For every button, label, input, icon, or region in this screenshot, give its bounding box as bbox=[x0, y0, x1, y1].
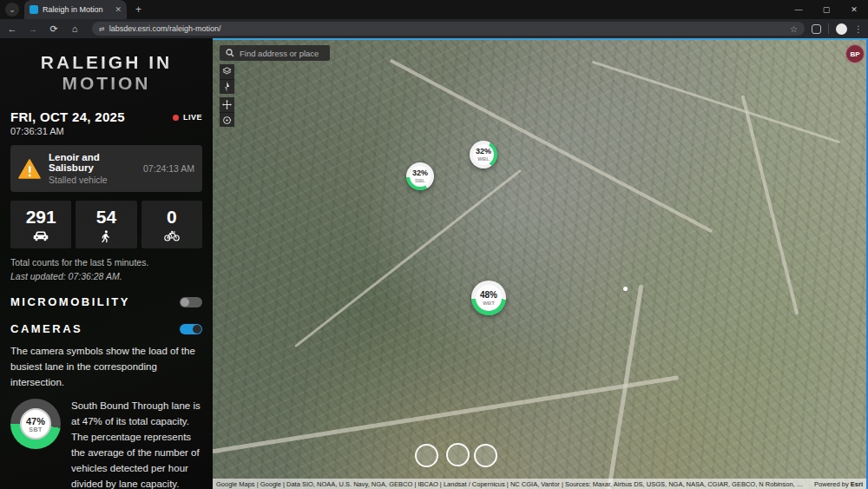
count-cards: 291 54 0 bbox=[10, 201, 202, 248]
live-dot-icon bbox=[173, 115, 179, 121]
compass-needle-icon bbox=[223, 82, 231, 92]
window-minimize-button[interactable]: — bbox=[785, 0, 812, 19]
map-search-bar[interactable]: Find address or place bbox=[220, 45, 330, 61]
map-view[interactable]: Find address or place bbox=[213, 38, 868, 489]
pan-arrows-icon bbox=[222, 100, 232, 109]
small-map-dot bbox=[623, 287, 628, 291]
warning-icon bbox=[18, 159, 41, 179]
alert-title: Lenoir and Salisbury bbox=[49, 152, 135, 173]
car-count: 291 bbox=[26, 207, 56, 228]
car-icon bbox=[33, 230, 49, 241]
browser-toolbar: ← → ⟳ ⌂ ⇄ labsdev.esri.com/raleigh-motio… bbox=[0, 19, 868, 38]
page-title: RALEIGH IN MOTION bbox=[10, 52, 202, 94]
basemap-button[interactable] bbox=[220, 64, 234, 79]
esri-favicon-icon bbox=[30, 5, 38, 14]
counts-note: Total counts for the last 5 minutes. bbox=[10, 257, 202, 268]
camera-marker[interactable]: 48% WBT bbox=[471, 281, 506, 315]
pedestrian-count-card: 54 bbox=[76, 201, 136, 248]
back-button[interactable]: ← bbox=[5, 23, 19, 34]
live-label: LIVE bbox=[183, 113, 202, 122]
cameras-description: The camera symbols show the load of the … bbox=[10, 344, 202, 390]
aerial-imagery bbox=[213, 40, 866, 489]
window-maximize-button[interactable]: ▢ bbox=[812, 0, 840, 19]
last-updated-note: Last updated: 07:36:28 AM. bbox=[10, 271, 202, 281]
pedestrian-count: 54 bbox=[96, 207, 116, 228]
compass-button[interactable] bbox=[220, 79, 234, 94]
bicycle-icon bbox=[164, 230, 180, 241]
map-attribution-bar: Google Maps | Google | Data SIO, NOAA, U… bbox=[213, 479, 866, 489]
new-tab-button[interactable]: + bbox=[135, 3, 141, 16]
tab-title: Raleigh in Motion bbox=[43, 5, 110, 14]
browser-menu-icon[interactable]: ⋮ bbox=[854, 24, 863, 34]
cameras-toggle[interactable] bbox=[180, 324, 202, 334]
example-camera-donut: 47% SBT bbox=[10, 399, 61, 449]
map-search-placeholder: Find address or place bbox=[240, 49, 319, 58]
browser-window: ⌄ Raleigh in Motion ✕ + — ▢ ✕ ← → ⟳ ⌂ ⇄ … bbox=[0, 0, 868, 489]
pan-button[interactable] bbox=[220, 97, 234, 112]
example-donut-percent: 47% bbox=[26, 416, 45, 426]
bicycle-count-card: 0 bbox=[141, 201, 202, 248]
alert-time: 07:24:13 AM bbox=[143, 163, 194, 174]
url-bar[interactable]: ⇄ labsdev.esri.com/raleigh-motion/ ☆ bbox=[92, 22, 805, 36]
forward-button[interactable]: → bbox=[26, 23, 40, 34]
incident-alert-card[interactable]: Lenoir and Salisbury Stalled vehicle 07:… bbox=[10, 145, 202, 192]
camera-marker[interactable]: 32% SBL bbox=[406, 162, 434, 190]
search-icon bbox=[226, 49, 234, 57]
tab-search-chevron-icon[interactable]: ⌄ bbox=[5, 3, 19, 17]
profile-avatar[interactable] bbox=[836, 23, 847, 35]
current-date: FRI, OCT 24, 2025 bbox=[10, 109, 125, 124]
sidebar-panel: RALEIGH IN MOTION FRI, OCT 24, 2025 07:3… bbox=[0, 38, 213, 489]
tab-close-icon[interactable]: ✕ bbox=[115, 5, 122, 14]
browser-tab[interactable]: Raleigh in Motion ✕ bbox=[24, 0, 127, 19]
basemap-icon bbox=[222, 67, 232, 76]
alert-subtitle: Stalled vehicle bbox=[49, 175, 135, 185]
powered-by-esri: Powered by Esri bbox=[814, 480, 863, 488]
no-data-camera-marker[interactable] bbox=[474, 444, 497, 467]
bicycle-count: 0 bbox=[167, 207, 177, 228]
url-text[interactable]: labsdev.esri.com/raleigh-motion/ bbox=[109, 24, 785, 33]
micromobility-toggle[interactable] bbox=[180, 297, 202, 307]
cameras-heading: CAMERAS bbox=[10, 322, 82, 335]
toolbar-divider bbox=[828, 23, 829, 34]
no-data-camera-marker[interactable] bbox=[415, 444, 438, 467]
camera-marker[interactable]: 32% WBL bbox=[470, 141, 497, 169]
no-data-camera-marker[interactable] bbox=[446, 443, 470, 466]
tab-strip: ⌄ Raleigh in Motion ✕ + — ▢ ✕ bbox=[0, 0, 868, 19]
pedestrian-icon bbox=[102, 230, 110, 243]
car-count-card: 291 bbox=[10, 201, 71, 248]
extensions-icon[interactable] bbox=[812, 24, 821, 34]
micromobility-heading: MICROMOBILITY bbox=[10, 295, 130, 308]
home-button[interactable]: ⌂ bbox=[68, 23, 82, 34]
current-time: 07:36:31 AM bbox=[10, 126, 125, 136]
window-close-button[interactable]: ✕ bbox=[840, 0, 868, 19]
user-avatar-badge[interactable]: BP bbox=[845, 44, 865, 63]
rotate-button[interactable] bbox=[220, 112, 234, 127]
example-donut-lane: SBT bbox=[29, 426, 43, 433]
example-description: South Bound Through lane is at 47% of it… bbox=[71, 399, 202, 489]
site-settings-icon[interactable]: ⇄ bbox=[99, 25, 104, 33]
bookmark-star-icon[interactable]: ☆ bbox=[790, 24, 798, 34]
live-indicator: LIVE bbox=[173, 113, 202, 122]
reload-button[interactable]: ⟳ bbox=[47, 23, 61, 35]
attribution-text: Google Maps | Google | Data SIO, NOAA, U… bbox=[216, 480, 807, 488]
rotate-icon bbox=[222, 116, 232, 125]
